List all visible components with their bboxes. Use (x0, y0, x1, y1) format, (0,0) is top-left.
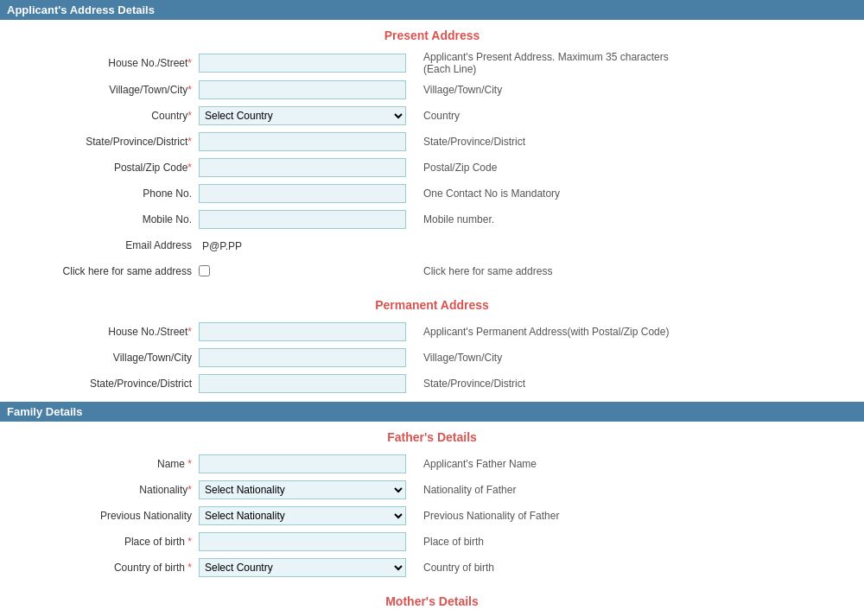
father-prev-nationality-input-wrap: Select Nationality (199, 506, 406, 525)
mothers-details-title: Mother's Details (9, 586, 855, 613)
mobile-label: Mobile No. (9, 213, 199, 225)
state-row: State/Province/District* State/Province/… (9, 130, 855, 153)
country-hint: Country (423, 110, 460, 122)
email-value: P@P.PP (199, 240, 242, 252)
village-city-hint: Village/Town/City (423, 84, 502, 96)
father-place-birth-input[interactable] (199, 532, 406, 551)
family-content: Father's Details Name * Applicant's Fath… (0, 422, 864, 616)
present-address-form: House No./Street* Applicant's Present Ad… (9, 48, 855, 289)
phone-row: Phone No. One Contact No is Mandatory (9, 182, 855, 205)
perm-house-row: House No./Street* Applicant's Permanent … (9, 321, 855, 343)
present-address-title: Present Address (9, 20, 855, 48)
perm-state-input[interactable] (199, 374, 406, 393)
perm-state-input-wrap (199, 374, 406, 393)
postal-input-wrap (199, 158, 406, 177)
father-place-birth-row: Place of birth * Place of birth (9, 530, 855, 553)
father-name-input-wrap (199, 454, 406, 473)
address-section-header: Applicant's Address Details (0, 0, 864, 20)
father-country-birth-select[interactable]: Select Country (199, 558, 406, 577)
state-label: State/Province/District* (9, 136, 199, 148)
father-place-birth-label: Place of birth * (9, 536, 199, 548)
father-nationality-label: Nationality* (9, 484, 199, 496)
country-select[interactable]: Select Country (199, 106, 406, 125)
village-city-input-wrap (199, 80, 406, 99)
country-label: Country* (9, 110, 199, 122)
father-name-input[interactable] (199, 454, 406, 473)
perm-state-hint: State/Province/District (423, 378, 525, 390)
perm-house-label: House No./Street* (9, 326, 199, 338)
father-form: Name * Applicant's Father Name Nationali… (9, 449, 855, 586)
father-country-birth-row: Country of birth * Select Country Countr… (9, 556, 855, 579)
village-city-row: Village/Town/City* Village/Town/City (9, 79, 855, 101)
perm-village-row: Village/Town/City Village/Town/City (9, 346, 855, 369)
house-street-hint: Applicant's Present Address. Maximum 35 … (423, 51, 683, 75)
house-street-input-wrap (199, 54, 406, 73)
postal-input[interactable] (199, 158, 406, 177)
same-address-checkbox[interactable] (199, 265, 210, 276)
father-name-row: Name * Applicant's Father Name (9, 453, 855, 475)
fathers-details-title: Father's Details (9, 422, 855, 449)
perm-state-label: State/Province/District (9, 378, 199, 390)
permanent-address-title: Permanent Address (9, 289, 855, 317)
perm-house-input[interactable] (199, 322, 406, 341)
mobile-input[interactable] (199, 210, 406, 229)
perm-house-input-wrap (199, 322, 406, 341)
father-country-birth-label: Country of birth * (9, 562, 199, 574)
father-prev-nationality-select[interactable]: Select Nationality (199, 506, 406, 525)
same-address-row: Click here for same address Click here f… (9, 260, 855, 283)
perm-village-label: Village/Town/City (9, 352, 199, 364)
postal-hint: Postal/Zip Code (423, 162, 497, 174)
address-content: Present Address House No./Street* Applic… (0, 20, 864, 402)
main-container: Applicant's Address Details Present Addr… (0, 0, 864, 616)
postal-label: Postal/Zip Code* (9, 162, 199, 174)
village-city-input[interactable] (199, 80, 406, 99)
mobile-row: Mobile No. Mobile number. (9, 208, 855, 231)
house-street-label: House No./Street* (9, 57, 199, 69)
phone-input[interactable] (199, 184, 406, 203)
house-street-row: House No./Street* Applicant's Present Ad… (9, 51, 855, 75)
father-nationality-select[interactable]: Select Nationality (199, 480, 406, 499)
father-country-birth-input-wrap: Select Country (199, 558, 406, 577)
same-address-input-wrap (199, 264, 406, 279)
father-place-birth-input-wrap (199, 532, 406, 551)
father-nationality-row: Nationality* Select Nationality National… (9, 479, 855, 501)
email-row: Email Address P@P.PP (9, 234, 855, 257)
perm-village-hint: Village/Town/City (423, 352, 502, 364)
phone-hint: One Contact No is Mandatory (423, 187, 560, 200)
phone-input-wrap (199, 184, 406, 203)
perm-state-row: State/Province/District State/Province/D… (9, 372, 855, 395)
email-value-wrap: P@P.PP (199, 239, 406, 252)
father-name-hint: Applicant's Father Name (423, 458, 537, 470)
mobile-input-wrap (199, 210, 406, 229)
perm-village-input[interactable] (199, 348, 406, 367)
father-prev-nationality-label: Previous Nationality (9, 510, 199, 522)
phone-label: Phone No. (9, 187, 199, 200)
state-input-wrap (199, 132, 406, 151)
same-address-hint: Click here for same address (423, 265, 552, 277)
state-input[interactable] (199, 132, 406, 151)
postal-row: Postal/Zip Code* Postal/Zip Code (9, 156, 855, 179)
father-nationality-input-wrap: Select Nationality (199, 480, 406, 499)
country-input-wrap: Select Country (199, 106, 406, 125)
father-name-label: Name * (9, 458, 199, 470)
father-prev-nationality-hint: Previous Nationality of Father (423, 510, 559, 522)
country-row: Country* Select Country Country (9, 105, 855, 127)
email-label: Email Address (9, 239, 199, 251)
father-place-birth-hint: Place of birth (423, 536, 484, 548)
family-section-header: Family Details (0, 402, 864, 422)
father-country-birth-hint: Country of birth (423, 562, 494, 574)
father-nationality-hint: Nationality of Father (423, 484, 516, 496)
perm-village-input-wrap (199, 348, 406, 367)
state-hint: State/Province/District (423, 136, 525, 148)
father-prev-nationality-row: Previous Nationality Select Nationality … (9, 505, 855, 527)
permanent-address-form: House No./Street* Applicant's Permanent … (9, 317, 855, 402)
mobile-hint: Mobile number. (423, 213, 494, 225)
perm-house-hint: Applicant's Permanent Address(with Posta… (423, 326, 669, 338)
village-city-label: Village/Town/City* (9, 84, 199, 96)
same-address-label: Click here for same address (9, 265, 199, 277)
house-street-input[interactable] (199, 54, 406, 73)
